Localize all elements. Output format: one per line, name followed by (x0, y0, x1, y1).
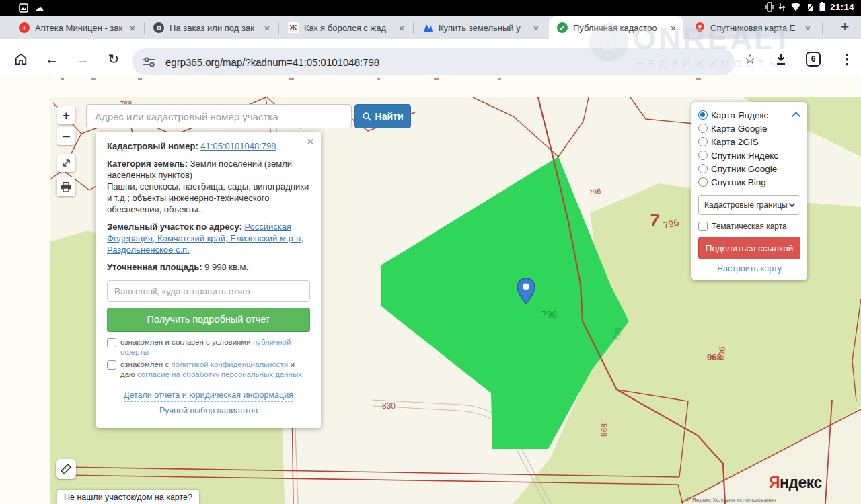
not-found-bar[interactable]: Не нашли участок/дом на карте? (57, 490, 199, 504)
tab-divider (413, 22, 414, 34)
tab-close-icon[interactable]: × (126, 22, 139, 34)
zoom-out-button[interactable]: − (57, 127, 75, 145)
area-value: 9 998 кв.м. (204, 262, 248, 272)
tab-divider (822, 22, 823, 34)
tab-apteka[interactable]: + Аптека Миницен - зак × (11, 16, 143, 39)
layer-option-2gis-map[interactable]: Карта 2GIS (698, 135, 800, 149)
clock: 21:14 (830, 2, 854, 12)
home-button[interactable] (12, 50, 30, 68)
forward-button[interactable]: → (74, 50, 91, 68)
kadnum-link[interactable]: 41:05:0101048:798 (200, 141, 276, 151)
layer-label: Карта 2GIS (711, 137, 759, 147)
bookmark-star-icon[interactable]: ☆ (741, 50, 759, 68)
tab-satellite-map[interactable]: Спутниковая карта Е × (686, 16, 818, 39)
layer-option-google-sat[interactable]: Спутник Google (698, 162, 800, 175)
page-content: 768 796 7 796 798 798 830 968 968 968 + … (0, 75, 861, 504)
clipped-text-fragment (61, 78, 64, 80)
download-icon[interactable] (772, 50, 790, 68)
personal-data-link[interactable]: согласие на обработку персональных данны… (137, 370, 302, 378)
reload-button[interactable]: ↻ (105, 50, 122, 68)
offer-checkbox[interactable] (107, 338, 116, 347)
new-tab-button[interactable]: + (835, 18, 854, 37)
tab-cadastre-active[interactable]: ✓ Публичная кадастро × (549, 16, 683, 39)
tab-na-zakaz[interactable]: На заказ или под зак × (145, 16, 277, 39)
yandex-logo: Яндекс (769, 474, 822, 492)
radio[interactable] (698, 124, 708, 133)
thematic-checkbox[interactable] (698, 222, 708, 231)
data-arrows-icon (778, 3, 786, 12)
configure-map-link[interactable]: Настроить карту (698, 264, 800, 274)
address-label: Земельный участок по адресу: (107, 222, 242, 232)
tab-close-icon[interactable]: × (802, 22, 814, 34)
consent-privacy-static1: ознакомлен с (120, 360, 169, 368)
parcel-label-968-b: 968 (716, 347, 726, 361)
manual-choice-link[interactable]: Ручной выбор вариантов (159, 405, 258, 417)
red-map-pin-icon (694, 22, 705, 33)
fullscreen-button[interactable] (57, 154, 75, 172)
cadastral-map[interactable]: 768 796 7 796 798 798 830 968 968 968 + … (50, 97, 861, 504)
yandex-logo-rest: ндекс (780, 474, 822, 491)
search-input[interactable] (86, 104, 352, 128)
chevron-down-icon (789, 201, 796, 208)
layer-option-bing-sat[interactable]: Спутник Bing (698, 175, 800, 189)
radio-selected[interactable] (698, 110, 708, 120)
configure-map-label: Настроить карту (717, 264, 782, 274)
tab-switcher-button[interactable]: 6 (804, 50, 822, 68)
tab-kupit-uchastok[interactable]: Купить земельный у × (414, 16, 546, 39)
clipped-text-fragment (289, 78, 294, 80)
layer-label: Карта Google (711, 124, 767, 134)
area-row: Уточненная площадь: 9 998 кв.м. (107, 261, 310, 273)
clipped-text-fragment (91, 78, 96, 80)
layer-option-yandex-map[interactable]: Карта Яндекс (698, 108, 800, 122)
tab-close-icon[interactable]: × (667, 22, 679, 34)
layer-option-google-map[interactable]: Карта Google (698, 122, 800, 135)
radio[interactable] (698, 177, 708, 187)
zoom-in-button[interactable]: + (57, 106, 75, 124)
pharmacy-cross-icon: + (19, 22, 30, 33)
tab-close-icon[interactable]: × (530, 22, 542, 34)
url-text[interactable]: egrp365.org/map/?kadnum=41:05:0101048:79… (165, 56, 379, 68)
site-circle-icon (153, 22, 164, 33)
thematic-map-row[interactable]: Тематическая карта (698, 221, 800, 231)
clipped-text-fragment (377, 78, 380, 80)
address-bar[interactable]: egrp365.org/map/?kadnum=41:05:0101048:79… (132, 48, 735, 75)
vibrate-icon (765, 2, 774, 12)
boundaries-select[interactable]: Кадастровые границы (698, 195, 800, 215)
tab-title: Купить земельный у (439, 23, 527, 33)
consent-privacy-text: ознакомлен с политикой конфиденциальност… (120, 360, 310, 380)
tab-article[interactable]: Ж Как я боролся с жад × (280, 16, 412, 39)
email-field[interactable] (107, 280, 310, 302)
map-layers-panel: Карта Яндекс Карта Google Карта 2GIS Спу… (691, 102, 807, 280)
menu-kebab-icon[interactable]: ⋮ (838, 50, 856, 68)
close-icon[interactable]: × (307, 136, 314, 147)
consent-offer-static: ознакомлен и согласен с условиями (120, 338, 251, 346)
measure-ruler-button[interactable] (56, 459, 76, 479)
parcel-label-7-big: 7 (649, 210, 661, 232)
privacy-policy-link[interactable]: политикой конфиденциальности (171, 360, 288, 368)
tab-close-icon[interactable]: × (261, 22, 273, 34)
privacy-checkbox[interactable] (107, 360, 116, 370)
kadnum-label: Кадастровый номер: (107, 141, 198, 151)
layer-option-yandex-sat[interactable]: Спутник Яндекс (698, 149, 800, 162)
thematic-label: Тематическая карта (712, 222, 787, 231)
status-bar: ☁ 21:14 (0, 0, 861, 16)
clipped-text-fragment (696, 78, 701, 80)
tab-title: Публичная кадастро (573, 23, 665, 33)
parcel-label-968-rotated: 968 (599, 423, 609, 437)
get-report-button[interactable]: Получить подробный отчет (107, 308, 310, 332)
tab-close-icon[interactable]: × (396, 22, 408, 34)
tab-title: Аптека Миницен - зак (35, 23, 124, 33)
find-button[interactable]: Найти (354, 104, 411, 128)
radio[interactable] (698, 137, 708, 146)
print-button[interactable] (57, 177, 75, 196)
report-details-link[interactable]: Детали отчета и юридическая информация (124, 390, 293, 402)
consent-offer-text: ознакомлен и согласен с условиями публич… (120, 337, 310, 358)
address-row: Земельный участок по адресу: Российская … (107, 221, 310, 255)
site-settings-icon[interactable] (143, 56, 156, 67)
tab-strip: + Аптека Миницен - зак × На заказ или по… (0, 16, 861, 39)
back-button[interactable]: ← (43, 50, 61, 68)
share-link-button[interactable]: Поделиться ссылкой (698, 237, 800, 259)
radio[interactable] (698, 164, 708, 173)
parcel-label-796: 796 (588, 187, 601, 196)
radio[interactable] (698, 151, 708, 160)
